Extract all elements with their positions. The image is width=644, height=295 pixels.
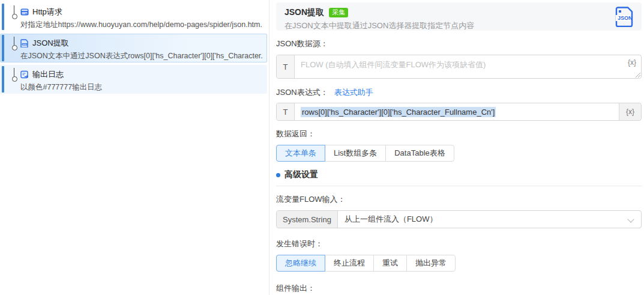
return-type-datatable[interactable]: DataTable表格: [385, 145, 454, 162]
datasource-placeholder: FLOW (自动填入组件间流变量FLOW作为该项缺省值): [301, 60, 486, 69]
panel-subtitle: 在JSON文本中提取通过JSON选择器提取指定节点内容: [284, 20, 633, 31]
timeline-node-icon: [11, 5, 17, 29]
expression-input[interactable]: rows[0]['hs_Character'][0]['hs_Character…: [295, 103, 619, 120]
panel-title: JSON提取: [284, 7, 324, 18]
return-type-button-group: 文本单条 List数组多条 DataTable表格: [276, 145, 454, 162]
expression-value: rows[0]['hs_Character'][0]['hs_Character…: [301, 107, 496, 117]
on-error-button-group: 忽略继续 终止流程 重试 抛出异常: [276, 255, 456, 272]
panel-header: JSON提取 采集 在JSON文本中提取通过JSON选择器提取指定节点内容 JS…: [276, 2, 642, 31]
return-type-list-multi[interactable]: List数组多条: [325, 145, 386, 162]
error-throw-exception[interactable]: 抛出异常: [406, 255, 456, 272]
timeline-node-icon: [11, 68, 17, 92]
variable-insert-icon[interactable]: {x}: [628, 58, 636, 67]
step-description: 在JSON文本中通过JSON表达式rows[0]['hs_Character']…: [20, 50, 263, 62]
step-title: 输出日志: [32, 69, 64, 80]
error-retry[interactable]: 重试: [373, 255, 407, 272]
step-description: 对指定地址https://www.huoyuyan.com/help/demo-…: [20, 19, 263, 31]
step-item-json-extract[interactable]: JSON提取 在JSON文本中通过JSON表达式rows[0]['hs_Char…: [0, 34, 267, 62]
step-accent-bar: [2, 35, 4, 61]
flow-input-label: 流变量FLOW输入：: [276, 194, 642, 205]
timeline-node-icon: [11, 37, 17, 61]
datasource-textarea[interactable]: FLOW (自动填入组件间流变量FLOW作为该项缺省值) {x}: [295, 55, 641, 78]
error-ignore-continue[interactable]: 忽略继续: [276, 255, 325, 272]
flow-input-value: 从上一组件流入（FLOW）: [338, 214, 628, 225]
step-accent-bar: [2, 66, 4, 93]
variable-insert-button[interactable]: {x}: [619, 103, 641, 120]
section-divider: [276, 186, 642, 186]
category-badge: 采集: [329, 8, 348, 17]
json-file-icon: [20, 39, 29, 47]
expression-input-group: T rows[0]['hs_Character'][0]['hs_Charact…: [276, 103, 642, 121]
step-title: JSON提取: [32, 38, 69, 49]
return-type-text-single[interactable]: 文本单条: [276, 145, 325, 162]
advanced-settings-header: 高级设置: [276, 169, 642, 180]
advanced-settings-title: 高级设置: [284, 169, 318, 180]
datasource-label: JSON数据源：: [276, 38, 642, 49]
step-description: 以颜色#777777输出日志: [20, 81, 263, 93]
text-type-addon[interactable]: T: [277, 55, 295, 78]
resize-grip-icon[interactable]: [634, 71, 640, 78]
json-icon-label: JSON: [618, 15, 633, 21]
error-stop-flow[interactable]: 终止流程: [325, 255, 374, 272]
on-error-label: 发生错误时：: [276, 239, 642, 249]
workflow-step-list: Http请求 对指定地址https://www.huoyuyan.com/hel…: [0, 0, 269, 295]
component-config-panel: JSON提取 采集 在JSON文本中提取通过JSON选择器提取指定节点内容 JS…: [276, 0, 642, 295]
step-item-http-request[interactable]: Http请求 对指定地址https://www.huoyuyan.com/hel…: [0, 2, 267, 31]
json-file-icon: JSON: [615, 7, 633, 27]
http-browser-icon: [20, 8, 29, 16]
bullet-dot-icon: [276, 173, 280, 177]
step-item-output-log[interactable]: 输出日志 以颜色#777777输出日志: [0, 65, 267, 94]
expression-label: JSON表达式：: [276, 87, 328, 98]
return-type-label: 数据返回：: [276, 129, 642, 139]
flow-type-addon: System.String: [277, 211, 338, 228]
step-accent-bar: [2, 4, 4, 30]
text-type-addon[interactable]: T: [277, 103, 295, 120]
datasource-textarea-group: T FLOW (自动填入组件间流变量FLOW作为该项缺省值) {x}: [276, 55, 642, 79]
step-title: Http请求: [32, 7, 62, 17]
output-label: 组件输出：: [276, 283, 642, 294]
chevron-down-icon: [628, 216, 634, 222]
expression-helper-link[interactable]: 表达式助手: [334, 87, 373, 98]
log-output-icon: [20, 70, 29, 79]
flow-input-select[interactable]: System.String 从上一组件流入（FLOW）: [276, 210, 642, 228]
